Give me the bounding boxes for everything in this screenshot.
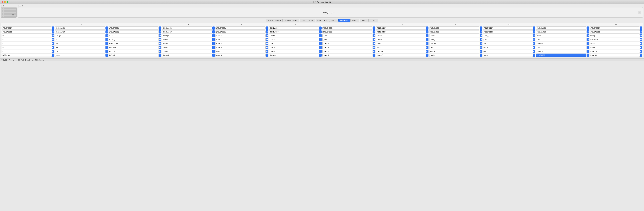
key-select-6-1[interactable]: F8 (55, 50, 105, 53)
key-select-0-3[interactable]: (RELEASED) (162, 27, 212, 30)
key-select-6-4[interactable]: x and X (216, 50, 266, 53)
spinner-button-2-3[interactable]: ▲▼ (212, 34, 215, 37)
spinner-button-2-11[interactable]: ▲▼ (640, 34, 642, 37)
key-select-3-10[interactable]: [ and { (536, 38, 586, 41)
spinner-button-3-3[interactable]: ▲▼ (212, 38, 215, 41)
key-select-2-11[interactable]: \ and | (590, 34, 640, 37)
spinner-button-5-0[interactable]: ▲▼ (52, 46, 54, 49)
key-select-7-2[interactable]: Left GUI (108, 54, 159, 57)
key-select-0-11[interactable]: (RELEASED) (590, 27, 640, 30)
spinner-button-4-8[interactable]: ▲▼ (480, 42, 482, 45)
key-select-6-8[interactable]: k and K (429, 50, 479, 53)
key-select-4-11[interactable]: ] and } (590, 42, 640, 45)
spinner-button-4-9[interactable]: ▲▼ (533, 42, 536, 45)
key-select-2-3[interactable]: 2 and @ (162, 34, 212, 37)
key-select-1-9[interactable]: (RELEASED) (483, 30, 533, 34)
spinner-button-1-1[interactable]: ▲▼ (106, 30, 108, 34)
spinner-button-0-7[interactable]: ▲▼ (426, 27, 428, 30)
key-select-0-6[interactable]: (RELEASED) (322, 27, 372, 30)
spinner-button-4-1[interactable]: ▲▼ (106, 42, 108, 45)
tab-layer1[interactable]: Layer 1 (350, 19, 360, 22)
key-select-5-7[interactable]: j and J (376, 46, 426, 49)
key-select-2-1[interactable]: Escape (55, 34, 105, 37)
spinner-button-4-3[interactable]: ▲▼ (212, 42, 215, 45)
spinner-button-0-0[interactable]: ▲▼ (52, 27, 54, 30)
spinner-button-5-7[interactable]: ▲▼ (426, 46, 428, 49)
spinner-button-3-7[interactable]: ▲▼ (426, 38, 428, 41)
tab-layer3[interactable]: Layer 3 (369, 19, 378, 22)
key-select-3-6[interactable]: y and Y (322, 38, 372, 41)
key-select-4-10[interactable]: (Ignored) (536, 42, 586, 45)
key-select-1-4[interactable]: (RELEASED) (216, 30, 266, 34)
spinner-button-2-10[interactable]: ▲▼ (586, 34, 589, 37)
spinner-button-7-9[interactable]: ▲▼ (533, 54, 536, 57)
spinner-button-1-10[interactable]: ▲▼ (586, 30, 589, 34)
spinner-button-5-3[interactable]: ▲▼ (212, 46, 215, 49)
key-select-7-10[interactable]: (PRESSED) (536, 54, 586, 57)
spinner-button-6-5[interactable]: ▲▼ (319, 50, 322, 53)
spinner-button-7-11[interactable]: ▲▼ (640, 54, 642, 57)
key-select-6-5[interactable]: v and V (269, 50, 319, 53)
spinner-button-5-11[interactable]: ▲▼ (640, 46, 642, 49)
spinner-button-1-11[interactable]: ▲▼ (640, 30, 642, 34)
key-select-7-7[interactable]: (Ignored) (376, 54, 426, 57)
key-select-2-4[interactable]: 3 and # (216, 34, 266, 37)
spinner-button-6-11[interactable]: ▲▼ (640, 50, 642, 53)
help-button[interactable]: ? (638, 11, 641, 14)
spinner-button-3-5[interactable]: ▲▼ (319, 38, 322, 41)
spinner-button-1-5[interactable]: ▲▼ (319, 30, 322, 34)
key-select-4-6[interactable]: g and G (322, 42, 372, 45)
key-select-7-3[interactable]: (Ignored) (162, 54, 212, 57)
key-select-7-6[interactable]: n and N (322, 54, 372, 57)
key-select-3-5[interactable]: r and R (269, 38, 319, 41)
key-select-6-0[interactable]: F7 (2, 50, 52, 53)
key-select-1-11[interactable]: (RELEASED) (590, 30, 640, 34)
key-select-4-1[interactable]: F4 (55, 42, 105, 45)
key-select-5-3[interactable]: s and S (162, 46, 212, 49)
spinner-button-2-2[interactable]: ▲▼ (159, 34, 161, 37)
spinner-button-7-2[interactable]: ▲▼ (159, 54, 161, 57)
spinner-button-1-6[interactable]: ▲▼ (373, 30, 375, 34)
spinner-button-4-11[interactable]: ▲▼ (640, 42, 642, 45)
key-select-3-8[interactable]: 0 and ) (429, 38, 479, 41)
key-select-6-2[interactable]: LeftShift (108, 50, 159, 53)
key-select-2-2[interactable]: 1 and ! (108, 34, 159, 37)
spinner-button-0-2[interactable]: ▲▼ (159, 27, 161, 30)
spinner-button-7-8[interactable]: ▲▼ (480, 54, 482, 57)
spinner-button-4-10[interactable]: ▲▼ (586, 42, 589, 45)
spinner-button-4-2[interactable]: ▲▼ (159, 42, 161, 45)
spinner-button-5-4[interactable]: ▲▼ (266, 46, 268, 49)
spinner-button-7-4[interactable]: ▲▼ (266, 54, 268, 57)
key-select-5-11[interactable]: Return (590, 46, 640, 49)
key-select-7-4[interactable]: c and C (216, 54, 266, 57)
tab-expansion[interactable]: Expansion Header (283, 19, 300, 22)
key-select-4-7[interactable]: u and U (376, 42, 426, 45)
key-select-5-5[interactable]: f and F (269, 46, 319, 49)
key-select-0-9[interactable]: (RELEASED) (483, 27, 533, 30)
spinner-button-1-0[interactable]: ▲▼ (52, 30, 54, 34)
key-select-1-8[interactable]: (RELEASED) (429, 30, 479, 34)
key-select-1-5[interactable]: (RELEASED) (269, 30, 319, 34)
key-select-5-9[interactable]: l and L (483, 46, 533, 49)
key-select-5-1[interactable]: F6 (55, 46, 105, 49)
close-button[interactable] (2, 1, 4, 3)
spinner-button-5-8[interactable]: ▲▼ (480, 46, 482, 49)
spinner-button-1-7[interactable]: ▲▼ (426, 30, 428, 34)
key-select-1-1[interactable]: (RELEASED) (55, 30, 105, 34)
key-select-2-10[interactable]: = and + (536, 34, 586, 37)
spinner-button-4-0[interactable]: ▲▼ (52, 42, 54, 45)
spinner-button-4-5[interactable]: ▲▼ (319, 42, 322, 45)
key-select-7-8[interactable]: , and < (429, 54, 479, 57)
key-select-6-3[interactable]: z and Z (162, 50, 212, 53)
spinner-button-3-9[interactable]: ▲▼ (533, 38, 536, 41)
spinner-button-3-4[interactable]: ▲▼ (266, 38, 268, 41)
key-select-4-5[interactable]: t and T (269, 42, 319, 45)
spinner-button-6-7[interactable]: ▲▼ (426, 50, 428, 53)
key-select-1-0[interactable]: (RELEASED) (2, 30, 52, 34)
key-select-5-0[interactable]: F5 (2, 46, 52, 49)
key-select-4-9[interactable]: ; and : (483, 42, 533, 45)
tab-base-layer[interactable]: Base Layer (338, 19, 350, 22)
spinner-button-6-8[interactable]: ▲▼ (480, 50, 482, 53)
spinner-button-7-7[interactable]: ▲▼ (426, 54, 428, 57)
key-select-2-9[interactable]: - and _ (483, 34, 533, 37)
